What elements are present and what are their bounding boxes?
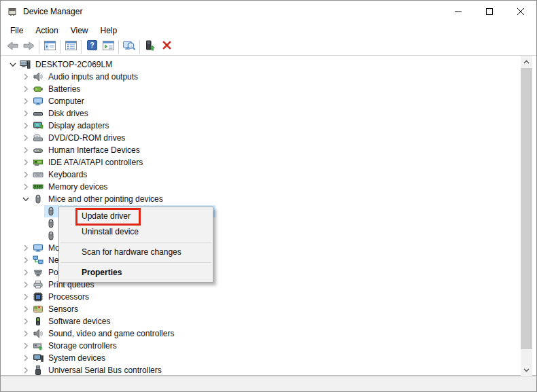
tree-item-sensors[interactable]: Sensors	[1, 303, 536, 315]
tree-item-display-adapters[interactable]: Display adapters	[1, 120, 536, 132]
chevron-collapsed-icon[interactable]	[20, 96, 31, 107]
chevron-collapsed-icon[interactable]	[20, 291, 31, 302]
tree-item-system-devices[interactable]: System devices	[1, 352, 536, 364]
scrollbar[interactable]	[521, 56, 532, 376]
forward-button[interactable]	[20, 39, 37, 54]
tree-item-label: System devices	[46, 353, 107, 363]
chevron-collapsed-icon[interactable]	[20, 108, 31, 119]
expander-spacer	[33, 206, 44, 217]
chevron-collapsed-icon[interactable]	[20, 181, 31, 192]
show-hide-action-pane-button[interactable]	[100, 39, 116, 54]
network-adapter-icon	[33, 255, 44, 266]
menu-action[interactable]: Action	[29, 24, 64, 37]
help-button[interactable]: ?	[84, 39, 100, 54]
menu-view[interactable]: View	[65, 24, 94, 37]
tree-item-label: Human Interface Devices	[46, 145, 142, 156]
tree-item-audio-inputs-and-outputs[interactable]: Audio inputs and outputs	[1, 71, 536, 83]
mouse-icon	[33, 194, 44, 204]
tree-item-processors[interactable]: Processors	[1, 291, 536, 303]
mouse-icon	[46, 206, 56, 217]
tree-item-desktop-2c069lm[interactable]: DESKTOP-2C069LM	[1, 58, 536, 71]
mouse-icon	[46, 230, 56, 241]
usb-icon	[33, 365, 44, 376]
tree-item-memory-devices[interactable]: Memory devices	[1, 181, 536, 193]
properties-window-icon	[65, 41, 77, 53]
back-button[interactable]	[4, 39, 20, 54]
battery-icon	[33, 84, 44, 94]
tree-item-universal-serial-bus-controllers[interactable]: Universal Serial Bus controllers	[1, 364, 536, 376]
chevron-collapsed-icon[interactable]	[20, 157, 31, 168]
minimize-button[interactable]	[443, 1, 474, 22]
tree-item-label: DVD/CD-ROM drives	[46, 132, 127, 143]
scrollbar-down-button[interactable]	[521, 364, 532, 376]
help-icon: ?	[87, 40, 97, 53]
window-controls	[443, 1, 536, 22]
audio-icon	[33, 71, 44, 82]
tree-item-mice-and-other-pointing-devices[interactable]: Mice and other pointing devices	[1, 193, 536, 205]
tree-item-label: Keyboards	[46, 169, 89, 180]
chevron-collapsed-icon[interactable]	[20, 243, 31, 253]
tree-item-ide-ata-atapi-controllers[interactable]: IDE ATA/ATAPI controllers	[1, 156, 536, 168]
scan-for-hardware-changes-button[interactable]	[121, 39, 137, 54]
chevron-collapsed-icon[interactable]	[20, 340, 31, 351]
chevron-collapsed-icon[interactable]	[20, 365, 31, 376]
context-menu-item-properties[interactable]: Properties	[59, 265, 213, 281]
chevron-collapsed-icon[interactable]	[20, 328, 31, 339]
chevron-collapsed-icon[interactable]	[20, 145, 31, 156]
chevron-collapsed-icon[interactable]	[20, 267, 31, 278]
chevron-collapsed-icon[interactable]	[20, 120, 31, 131]
minimize-icon	[455, 8, 462, 15]
toolbar-separator	[60, 40, 60, 54]
uninstall-device-button[interactable]	[158, 39, 175, 54]
tree-item-sound-video-and-game-controllers[interactable]: Sound, video and game controllers	[1, 327, 536, 340]
scrollbar-up-button[interactable]	[521, 56, 532, 67]
tree-item-human-interface-devices[interactable]: Human Interface Devices	[1, 144, 536, 156]
maximize-button[interactable]	[474, 1, 505, 22]
system-device-icon	[33, 353, 44, 363]
scrollbar-thumb[interactable]	[521, 68, 532, 349]
tree-item-storage-controllers[interactable]: Storage controllers	[1, 340, 536, 352]
show-hide-console-tree-button[interactable]	[41, 39, 58, 54]
tree-item-label: Universal Serial Bus controllers	[46, 365, 164, 376]
properties-window-button[interactable]	[63, 39, 79, 54]
hid-icon	[33, 145, 44, 156]
tree-item-batteries[interactable]: Batteries	[1, 83, 536, 95]
tree-item-label: Disk drives	[46, 108, 90, 119]
device-manager-app-icon	[7, 6, 18, 17]
menu-file[interactable]: File	[4, 24, 29, 37]
chevron-collapsed-icon[interactable]	[20, 71, 31, 82]
tree-item-keyboards[interactable]: Keyboards	[1, 168, 536, 181]
mouse-icon	[46, 218, 56, 229]
menubar: FileActionViewHelp	[1, 22, 536, 38]
tree-item-label: Batteries	[46, 84, 82, 94]
chevron-collapsed-icon[interactable]	[20, 255, 31, 266]
update-driver-button[interactable]	[142, 39, 158, 54]
chevron-collapsed-icon[interactable]	[20, 279, 31, 290]
maximize-icon	[486, 8, 493, 15]
chevron-collapsed-icon[interactable]	[20, 84, 31, 94]
ports-icon	[33, 267, 44, 278]
tree-item-label: Memory devices	[46, 181, 109, 192]
tree-item-label: DESKTOP-2C069LM	[33, 59, 114, 70]
context-menu-item-uninstall-device[interactable]: Uninstall device	[59, 224, 213, 240]
tree-item-computer[interactable]: Computer	[1, 95, 536, 107]
chevron-collapsed-icon[interactable]	[20, 353, 31, 363]
tree-item-label: IDE ATA/ATAPI controllers	[46, 157, 145, 168]
menu-help[interactable]: Help	[94, 24, 124, 37]
toolbar-separator	[39, 40, 39, 54]
chevron-expanded-icon[interactable]	[7, 59, 18, 70]
chevron-collapsed-icon[interactable]	[20, 304, 31, 315]
chevron-collapsed-icon[interactable]	[20, 169, 31, 180]
chevron-expanded-icon[interactable]	[20, 194, 31, 204]
tree-item-dvd-cd-rom-drives[interactable]: DVD/CD-ROM drives	[1, 132, 536, 144]
tree-item-software-devices[interactable]: Software devices	[1, 315, 536, 327]
chevron-collapsed-icon[interactable]	[20, 132, 31, 143]
context-menu-item-scan-for-hardware-changes[interactable]: Scan for hardware changes	[59, 245, 213, 260]
tree-item-label: Audio inputs and outputs	[46, 71, 140, 82]
tree-item-disk-drives[interactable]: Disk drives	[1, 107, 536, 120]
close-button[interactable]	[505, 1, 536, 22]
context-menu-separator	[60, 242, 211, 243]
chevron-collapsed-icon[interactable]	[20, 316, 31, 327]
svg-text:?: ?	[90, 41, 94, 49]
window-title: Device Manager	[23, 7, 82, 16]
